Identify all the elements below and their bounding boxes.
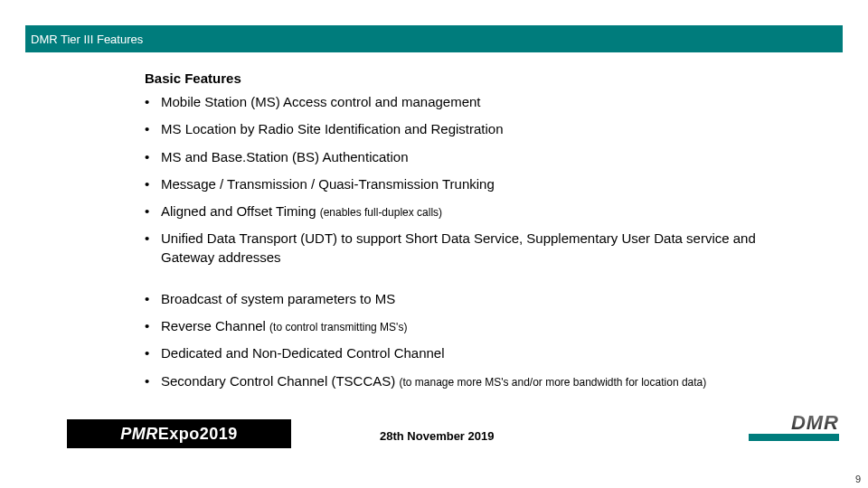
list-item: Aligned and Offset Timing (enables full-… bbox=[145, 202, 787, 221]
list-item: Dedicated and Non-Dedicated Control Chan… bbox=[145, 344, 787, 362]
bullet-main-text: Message / Transmission / Quasi-Transmiss… bbox=[161, 176, 495, 192]
list-item: MS Location by Radio Site Identification… bbox=[145, 120, 787, 138]
bullet-list: Mobile Station (MS) Access control and m… bbox=[145, 93, 787, 390]
bullet-main-text: Reverse Channel bbox=[161, 318, 269, 333]
bullet-sub-text: (to control transmitting MS's) bbox=[269, 321, 407, 333]
list-item: Message / Transmission / Quasi-Transmiss… bbox=[145, 175, 787, 193]
list-item: Unified Data Transport (UDT) to support … bbox=[145, 230, 787, 267]
bullet-main-text: Broadcast of system parameters to MS bbox=[161, 291, 395, 306]
pmr-logo-part1: PMR bbox=[120, 425, 158, 444]
bullet-main-text: Secondary Control Channel (TSCCAS) bbox=[161, 373, 399, 389]
footer-logo-right: DMR bbox=[749, 414, 839, 450]
list-item: Broadcast of system parameters to MS bbox=[145, 290, 787, 308]
section-title: Basic Features bbox=[145, 70, 787, 86]
list-item: Mobile Station (MS) Access control and m… bbox=[145, 93, 787, 111]
bullet-main-text: Aligned and Offset Timing bbox=[161, 203, 320, 219]
pmr-logo-part3: 2019 bbox=[200, 425, 238, 444]
footer-date: 28th November 2019 bbox=[380, 429, 494, 443]
bullet-group-gap bbox=[145, 276, 787, 283]
title-bar: DMR Tier III Features bbox=[25, 25, 843, 52]
list-item: Reverse Channel (to control transmitting… bbox=[145, 317, 787, 335]
bullet-sub-text: (to manage more MS's and/or more bandwid… bbox=[399, 376, 706, 389]
footer-logo-left: PMR Expo 2019 bbox=[67, 419, 291, 448]
bullet-sub-text: (enables full-duplex calls) bbox=[320, 206, 442, 219]
dmr-logo-bar bbox=[749, 434, 839, 441]
bullet-main-text: MS and Base.Station (BS) Authentication bbox=[161, 149, 409, 164]
page-number: 9 bbox=[855, 474, 861, 484]
list-item: MS and Base.Station (BS) Authentication bbox=[145, 148, 787, 166]
dmr-logo-text: DMR bbox=[791, 414, 839, 432]
title-bar-text: DMR Tier III Features bbox=[31, 33, 143, 46]
bullet-main-text: MS Location by Radio Site Identification… bbox=[161, 121, 504, 136]
pmr-logo-part2: Expo bbox=[158, 425, 200, 444]
slide-body: Basic Features Mobile Station (MS) Acces… bbox=[145, 70, 787, 399]
bullet-main-text: Mobile Station (MS) Access control and m… bbox=[161, 94, 481, 109]
list-item: Secondary Control Channel (TSCCAS) (to m… bbox=[145, 372, 787, 390]
slide: DMR Tier III Features Basic Features Mob… bbox=[0, 0, 868, 488]
bullet-main-text: Dedicated and Non-Dedicated Control Chan… bbox=[161, 345, 445, 361]
bullet-main-text: Unified Data Transport (UDT) to support … bbox=[161, 230, 756, 264]
